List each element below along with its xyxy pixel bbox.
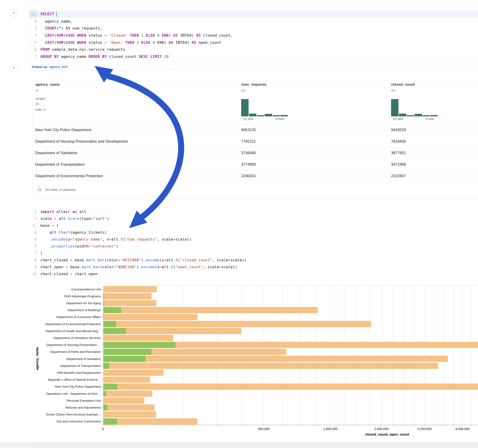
cell-closed-count: 3677651 bbox=[391, 147, 406, 159]
bar-closed bbox=[103, 391, 152, 397]
gutter-divider bbox=[36, 208, 37, 277]
add-cell-button-top[interactable]: + bbox=[10, 9, 18, 17]
histogram-bin bbox=[249, 114, 256, 116]
line-number: 5 bbox=[29, 39, 37, 46]
y-axis-label: Department of Parks and Recreation bbox=[50, 350, 101, 354]
column-stats: unique: 20 nulls: 0 bbox=[35, 96, 46, 112]
code-line[interactable]: 2scale = alt.Scale(type="sqrt") bbox=[29, 215, 478, 222]
code-text: .properties(width="container") bbox=[37, 244, 118, 249]
column-name: num_requests bbox=[241, 82, 266, 87]
viewport-bottom-strip bbox=[0, 443, 478, 448]
code-text: agency_name, bbox=[37, 19, 72, 24]
bar-open bbox=[103, 293, 104, 299]
code-text: FROM sample_data.nyc.service_requests bbox=[37, 47, 125, 52]
code-text: COUNT(*) AS num_requests, bbox=[37, 26, 102, 31]
code-line[interactable]: 4 alt.Chart(agency_tickets) bbox=[29, 229, 478, 236]
code-line[interactable]: 1import altair as alt bbox=[29, 208, 478, 215]
cell-agency-name: Department of Transportation bbox=[35, 159, 85, 170]
y-axis-label: Department of Health and Mental Hyg… bbox=[45, 329, 101, 333]
code-text: import altair as alt bbox=[37, 210, 86, 214]
column-name: agency_name bbox=[35, 82, 60, 87]
bar-closed bbox=[103, 300, 156, 306]
y-axis-label: Department of Transportation bbox=[60, 364, 101, 367]
row-count-label: 20 rows, 4 columns bbox=[45, 188, 76, 192]
line-number: 8 bbox=[29, 256, 37, 263]
code-line[interactable]: 8chart_closed = base.mark_bar(color="#FF… bbox=[29, 256, 478, 263]
code-text: CAST(SUM(CASE WHEN status = 'Open' THEN … bbox=[37, 40, 221, 45]
bar-open bbox=[103, 404, 107, 411]
code-line[interactable]: 5 CAST(SUM(CASE WHEN status = 'Open' THE… bbox=[29, 39, 478, 46]
code-line[interactable]: 4 CAST(SUM(CASE WHEN status = 'Closed' T… bbox=[29, 32, 478, 39]
table-row[interactable]: Department of Environmental Protection22… bbox=[32, 170, 478, 182]
hist-min-label: 53,304 bbox=[243, 117, 253, 121]
code-line[interactable]: 5 .encode(y="agency_name", x=alt.X("num_… bbox=[29, 236, 478, 243]
y-axis-label: New York City Police Department bbox=[55, 385, 101, 388]
output-variable-pill[interactable]: agency_tickets bbox=[47, 64, 68, 69]
cell-num-requests: 9453131 bbox=[241, 124, 256, 136]
cell-closed-count: 7618456 bbox=[391, 136, 406, 147]
bar-closed bbox=[103, 314, 198, 320]
search-icon[interactable] bbox=[38, 188, 42, 192]
y-axis-label: Mayorâ€ s Office of Special Enforce… bbox=[48, 378, 101, 381]
cell-num-requests: 3774892 bbox=[241, 159, 256, 170]
code-line[interactable]: 3⌄base = ( bbox=[29, 222, 478, 229]
y-axis-label: DHS Advantage Programs bbox=[64, 294, 101, 298]
code-text: chart_closed = base.mark_bar(color="#FFC… bbox=[37, 258, 246, 262]
histogram-bin bbox=[415, 114, 422, 116]
code-line[interactable]: 1⌄SELECT bbox=[29, 11, 478, 18]
table-row[interactable]: New York City Police Department945313194… bbox=[32, 124, 478, 136]
hist-max-label: 9.4e6 bbox=[426, 117, 444, 121]
code-line[interactable]: 10chart_closed + chart_open bbox=[29, 270, 478, 277]
histogram-bin bbox=[273, 115, 280, 116]
code-line[interactable]: 6FROM sample_data.nyc.service_requests bbox=[29, 46, 478, 53]
code-text: base = ( bbox=[37, 223, 59, 228]
bar-closed bbox=[103, 356, 448, 362]
column-histogram bbox=[391, 99, 440, 116]
bar-closed bbox=[103, 411, 156, 417]
code-text: .encode(y="agency_name", x=alt.X("num_re… bbox=[37, 237, 192, 242]
bar-open bbox=[103, 391, 106, 397]
y-axis-label: Department of Sanitation bbox=[66, 357, 101, 361]
y-axis-label: Department of Homeless Services bbox=[53, 336, 101, 340]
code-text: chart_closed + chart_open bbox=[37, 272, 98, 276]
line-number: 2 bbox=[29, 215, 37, 222]
code-text: ) bbox=[37, 251, 43, 255]
y-axis-label: Correspondence Unit bbox=[71, 288, 101, 291]
code-line[interactable]: 7) bbox=[29, 249, 478, 256]
bar-open bbox=[103, 307, 121, 313]
cell-output-divider bbox=[29, 60, 478, 60]
bar-closed bbox=[103, 321, 371, 327]
bar-open bbox=[103, 356, 145, 362]
python-editor[interactable]: 1import altair as alt2scale = alt.Scale(… bbox=[29, 208, 478, 277]
code-line[interactable]: 3 COUNT(*) AS num_requests, bbox=[29, 25, 478, 32]
code-line[interactable]: 9chart_open = base.mark_bar(color="#8BC3… bbox=[29, 263, 478, 270]
line-number: 3⌄ bbox=[29, 222, 37, 229]
table-row[interactable]: Department of Housing Preservation and D… bbox=[32, 136, 478, 147]
bar-open bbox=[103, 300, 104, 306]
table-row[interactable]: Department of Sanitation37494853677651 bbox=[32, 147, 478, 159]
histogram-bin bbox=[422, 115, 430, 116]
cell-closed-count: 2222847 bbox=[391, 170, 406, 182]
column-histogram bbox=[241, 99, 289, 116]
table-row[interactable]: Department of Transportation377489234719… bbox=[32, 159, 478, 170]
line-number: 7 bbox=[29, 249, 37, 256]
bar-closed bbox=[103, 286, 157, 292]
x-axis-title: closed_count, open_count bbox=[365, 432, 409, 436]
code-line[interactable]: 7GROUP BY agency_name ORDER BY closed_co… bbox=[29, 53, 478, 60]
code-line[interactable]: 6 .properties(width="container") bbox=[29, 243, 478, 249]
table-footer: 20 rows, 4 columns bbox=[32, 180, 478, 199]
bar-open bbox=[103, 363, 109, 369]
histogram-bin bbox=[241, 99, 249, 116]
code-line[interactable]: 2 agency_name, bbox=[29, 18, 478, 25]
bar-open bbox=[103, 349, 151, 355]
bar-open bbox=[103, 328, 126, 334]
line-number: 1⌄ bbox=[29, 11, 37, 18]
sql-editor[interactable]: 1⌄SELECT 2 agency_name,3 COUNT(*) AS num… bbox=[29, 11, 478, 60]
cell-output-divider bbox=[29, 278, 478, 279]
bar-closed bbox=[103, 418, 197, 424]
add-cell-button-middle[interactable]: + bbox=[10, 64, 18, 72]
bar-closed bbox=[103, 377, 150, 383]
bar-open bbox=[103, 314, 104, 320]
column-type: str bbox=[35, 89, 39, 92]
histogram-bin bbox=[399, 114, 406, 116]
